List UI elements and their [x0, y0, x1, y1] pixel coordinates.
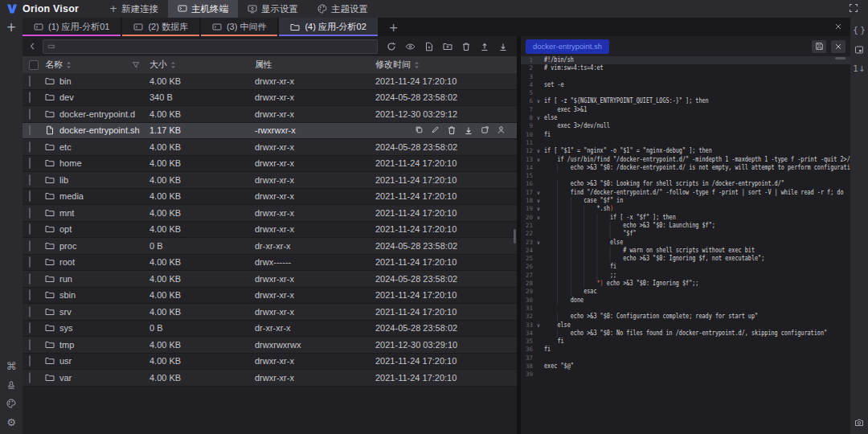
row-checkbox[interactable]: [29, 355, 31, 366]
row-checkbox[interactable]: [29, 273, 31, 285]
sort-icon[interactable]: [66, 61, 72, 69]
close-icon[interactable]: [826, 18, 850, 36]
session-tab[interactable]: (4) 应用-分析02: [279, 18, 377, 36]
filter-icon[interactable]: [132, 61, 140, 69]
path-input[interactable]: [59, 42, 373, 51]
row-checkbox[interactable]: [29, 141, 31, 153]
editor-panel-icon[interactable]: [853, 45, 866, 55]
table-row[interactable]: root4.00 KBdrwx------2021-11-24 17:20:10: [23, 255, 517, 272]
fold-chevron-icon[interactable]: ∨: [533, 239, 544, 247]
sort-icon[interactable]: [170, 61, 176, 69]
column-header-name[interactable]: 名称: [45, 59, 149, 71]
table-row[interactable]: usr4.00 KBdrwxr-xr-x2021-11-24 17:20:10: [23, 354, 517, 371]
editor-file-tab[interactable]: docker-entrypoint.sh: [526, 39, 609, 54]
table-row[interactable]: home4.00 KBdrwxr-xr-x2021-11-24 17:20:10: [23, 156, 517, 173]
fold-chevron-icon[interactable]: ∨: [533, 156, 544, 164]
gear-icon[interactable]: ⚙: [6, 417, 17, 428]
seal-icon[interactable]: [6, 380, 17, 390]
new-tab-icon[interactable]: +: [0, 18, 23, 36]
row-checkbox[interactable]: [29, 76, 31, 87]
table-row[interactable]: proc0 Bdr-xr-xr-x2024-05-28 23:58:02: [23, 238, 517, 255]
row-checkbox[interactable]: [29, 125, 31, 136]
new-file-icon[interactable]: [424, 41, 435, 52]
close-editor-icon[interactable]: [831, 40, 845, 53]
table-row[interactable]: run4.00 KBdrwxr-xr-x2024-05-28 23:58:02: [23, 271, 517, 288]
row-checkbox[interactable]: [29, 92, 31, 103]
move-icon[interactable]: [481, 125, 489, 135]
column-header-mtime[interactable]: 修改时间: [375, 59, 517, 71]
sort-icon[interactable]: [414, 61, 420, 69]
menu-item-display-settings[interactable]: 显示设置: [238, 0, 308, 18]
select-all-checkbox[interactable]: [29, 60, 39, 70]
row-checkbox[interactable]: [29, 372, 31, 383]
refresh-icon[interactable]: [386, 41, 397, 52]
menu-item-theme-settings[interactable]: 主题设置: [308, 0, 378, 18]
table-row[interactable]: dev340 Bdrwxr-xr-x2024-05-28 23:58:02: [23, 90, 517, 107]
table-row[interactable]: docker-entrypoint.d4.00 KBdrwxr-xr-x2021…: [23, 106, 517, 123]
table-row[interactable]: var4.00 KBdrwxr-xr-x2021-11-24 17:20:10: [23, 370, 517, 387]
table-row[interactable]: bin4.00 KBdrwxr-xr-x2021-11-24 17:20:10: [23, 73, 517, 90]
session-tab[interactable]: (1) 应用-分析01: [23, 18, 121, 36]
add-session-icon[interactable]: +: [379, 18, 408, 36]
row-checkbox[interactable]: [29, 174, 31, 186]
new-folder-icon[interactable]: [442, 41, 453, 52]
fold-chevron-icon[interactable]: ∨: [533, 97, 544, 105]
row-checkbox[interactable]: [29, 223, 31, 235]
fullscreen-icon[interactable]: [845, 3, 862, 15]
eye-icon[interactable]: [404, 41, 416, 52]
permission-icon[interactable]: [497, 125, 506, 135]
camera-icon[interactable]: [854, 418, 864, 428]
table-row[interactable]: opt4.00 KBdrwxr-xr-x2021-11-24 17:20:10: [23, 222, 517, 239]
delete-icon[interactable]: [447, 125, 457, 135]
fold-chevron-icon[interactable]: ∨: [533, 189, 544, 197]
table-row[interactable]: docker-entrypoint.sh1.17 KB-rwxrwxr-x: [23, 123, 517, 140]
row-checkbox[interactable]: [29, 240, 31, 252]
table-row[interactable]: mnt4.00 KBdrwxr-xr-x2021-11-24 17:20:10: [23, 205, 517, 222]
table-row[interactable]: etc4.00 KBdrwxr-xr-x2024-05-28 23:58:02: [23, 139, 517, 156]
edit-icon[interactable]: [431, 125, 440, 135]
fold-chevron-icon[interactable]: ∨: [533, 197, 544, 205]
code-line: 39: [521, 371, 850, 379]
fold-chevron-icon[interactable]: ∨: [533, 114, 544, 122]
row-checkbox[interactable]: [29, 158, 31, 169]
palette-icon[interactable]: [6, 399, 17, 408]
menu-item-host-terminal[interactable]: 主机终端: [168, 0, 238, 18]
code-line: 38exec "$@": [521, 362, 850, 371]
column-header-attr[interactable]: 属性: [255, 59, 375, 71]
session-tab[interactable]: (3) 中间件: [201, 18, 278, 36]
copy-icon[interactable]: [415, 125, 424, 135]
session-tab[interactable]: (2) 数据库: [122, 18, 199, 36]
braces-icon[interactable]: { }: [853, 26, 866, 35]
table-row[interactable]: media4.00 KBdrwxr-xr-x2021-11-24 17:20:1…: [23, 189, 517, 206]
delete-icon[interactable]: [461, 41, 472, 52]
editor-scrollbar-thumb[interactable]: [835, 57, 845, 59]
row-checkbox[interactable]: [29, 322, 31, 334]
upload-icon[interactable]: [479, 41, 490, 52]
table-row[interactable]: lib4.00 KBdrwxr-xr-x2021-11-24 17:20:10: [23, 172, 517, 189]
save-icon[interactable]: [812, 40, 826, 53]
fold-chevron-icon[interactable]: ∨: [533, 321, 544, 330]
row-checkbox[interactable]: [29, 256, 31, 268]
row-checkbox[interactable]: [29, 289, 31, 301]
code-area[interactable]: 1#!/bin/sh2# vim:sw=4:ts=4:et34set -e56∨…: [521, 56, 850, 434]
fold-chevron-icon[interactable]: ∨: [533, 205, 544, 213]
row-checkbox[interactable]: [29, 207, 31, 219]
table-row[interactable]: sbin4.00 KBdrwxr-xr-x2021-11-24 17:20:10: [23, 288, 517, 305]
back-icon[interactable]: [27, 42, 38, 51]
download-icon[interactable]: [497, 41, 509, 52]
row-checkbox[interactable]: [29, 306, 31, 317]
table-row[interactable]: sys0 Bdr-xr-xr-x2024-05-28 23:58:02: [23, 321, 517, 338]
row-checkbox[interactable]: [29, 339, 31, 350]
command-icon[interactable]: ⌘: [6, 361, 17, 371]
scrollbar-thumb[interactable]: [514, 229, 516, 244]
row-checkbox[interactable]: [29, 190, 31, 202]
menu-item-new-connection[interactable]: +新建连接: [100, 0, 168, 18]
column-header-size[interactable]: 大小: [149, 59, 255, 71]
table-row[interactable]: srv4.00 KBdrwxr-xr-x2021-11-24 17:20:10: [23, 304, 517, 321]
fold-chevron-icon[interactable]: ∨: [533, 147, 544, 155]
row-checkbox[interactable]: [29, 108, 31, 120]
download-icon[interactable]: [464, 125, 473, 135]
table-row[interactable]: tmp4.00 KBdrwxrwxrwx2021-12-30 03:29:10: [23, 337, 517, 354]
line-numbers-icon[interactable]: 1↓: [853, 65, 866, 73]
fold-chevron-icon[interactable]: ∨: [533, 214, 544, 222]
